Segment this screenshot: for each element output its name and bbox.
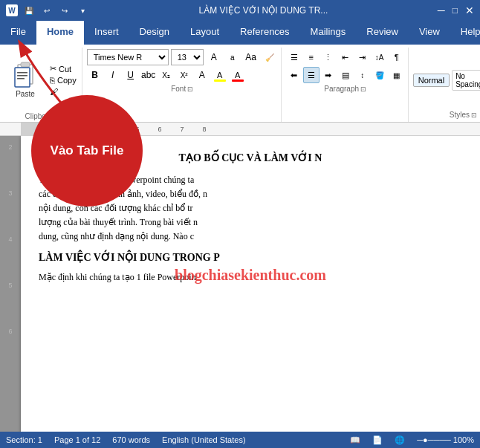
tab-layout[interactable]: Layout [180,21,230,45]
font-grow-button[interactable]: A [206,49,222,65]
bullets-button[interactable]: ☰ [286,49,302,65]
copy-icon: ⎘ [50,76,55,85]
borders-button[interactable]: ▦ [389,67,405,83]
window-controls: ─ □ ✕ [438,4,474,16]
margin-num-5: 6 [8,326,12,371]
subscript-button[interactable]: X₂ [158,67,175,83]
svg-rect-3 [17,72,27,74]
font-row2: B I U abc X₂ X² A A A [87,67,278,83]
italic-button[interactable]: I [105,67,121,83]
margin-num-1: 2 [8,142,12,186]
copy-button[interactable]: ⎘ Copy [48,75,79,85]
ruler-num-6: 6 [149,126,171,133]
view-web-icon[interactable]: 🌐 [395,435,405,445]
numbering-button[interactable]: ≡ [303,49,320,65]
paragraph-group: ☰ ≡ ⋮ ⇤ ⇥ ↕A ¶ ⬅ ☰ ➡ ▤ ↕ 🪣 ▦ Paragraph ⊡ [283,48,409,122]
font-row1: Times New R 13 A a Aa 🧹 [87,49,278,65]
margin-num-2: 3 [8,188,12,233]
status-language: English (United States) [162,435,246,444]
margin-num-3: 4 [8,234,12,279]
styles-group: Normal No Spacing H1 ▾ Styles ⊡ [410,48,480,122]
tab-review[interactable]: Review [356,21,409,45]
ruler-num-8: 8 [193,126,215,133]
show-formatting-button[interactable]: ¶ [389,49,405,65]
view-read-icon[interactable]: 📖 [350,435,360,445]
decrease-indent-button[interactable]: ⇤ [337,49,354,65]
title-text: LÀM VIỆC VỚI NỘI DUNG TR... [89,5,438,16]
font-name-select[interactable]: Times New R [87,49,169,65]
annotation-text: Vào Tab File [51,143,124,159]
minimize-icon[interactable]: ─ [438,4,445,16]
customize-icon[interactable]: ▾ [76,4,89,17]
para-expand-icon[interactable]: ⊡ [360,85,366,93]
tab-view[interactable]: View [409,21,450,45]
save-icon[interactable]: 💾 [22,4,36,17]
document-heading2: LÀM VIỆC VỚI NỘI DUNG TRONG P [39,250,462,265]
paragraph-label-row: Paragraph ⊡ [286,85,405,94]
highlight-color-button[interactable]: A [212,67,228,83]
multilevel-list-button[interactable]: ⋮ [320,49,337,65]
shading-button[interactable]: 🪣 [372,67,388,83]
margin-num-4: 5 [8,280,12,325]
align-center-button[interactable]: ☰ [303,67,320,83]
quick-access-toolbar: W 💾 ↩ ↪ ▾ [6,4,89,17]
tab-file[interactable]: File [0,21,36,45]
strikethrough-button[interactable]: abc [140,67,157,83]
tab-home[interactable]: Home [36,21,84,45]
close-icon[interactable]: ✕ [465,4,474,16]
watermark: blogchiasekienthuc.com [175,266,326,283]
superscript-button[interactable]: X² [176,67,192,83]
ruler-num-7: 7 [171,126,193,133]
style-no-spacing[interactable]: No Spacing [452,70,480,91]
text-effect-button[interactable]: A [194,67,210,83]
ribbon: File Home Insert Design Layout Reference… [0,21,480,45]
paste-icon [12,62,39,90]
tab-design[interactable]: Design [129,21,180,45]
para-row1: ☰ ≡ ⋮ ⇤ ⇥ ↕A ¶ [286,49,405,65]
cut-button[interactable]: ✂ Cut [48,63,79,74]
tab-insert[interactable]: Insert [84,21,129,45]
increase-indent-button[interactable]: ⇥ [354,49,371,65]
bold-button[interactable]: B [87,67,103,83]
underline-button[interactable]: U [123,67,139,83]
view-print-icon[interactable]: 📄 [372,435,383,445]
cut-icon: ✂ [50,64,56,74]
svg-rect-5 [17,78,25,79]
justify-button[interactable]: ▤ [337,67,354,83]
undo-icon[interactable]: ↩ [40,4,53,17]
restore-icon[interactable]: □ [453,5,458,16]
cut-label: Cut [59,65,71,74]
style-normal[interactable]: Normal [413,74,450,87]
paste-button[interactable]: Paste [6,59,45,101]
font-size-select[interactable]: 13 [171,49,204,65]
font-case-button[interactable]: Aa [243,49,259,65]
annotation-circle: Vào Tab File [31,95,143,207]
clear-format-button[interactable]: 🧹 [262,49,278,65]
styles-expand-icon[interactable]: ⊡ [471,111,477,119]
styles-label-row: Styles ⊡ [413,111,480,120]
font-color-button[interactable]: A [230,67,246,83]
title-bar: W 💾 ↩ ↪ ▾ LÀM VIỆC VỚI NỘI DUNG TR... ─ … [0,0,480,21]
paste-label: Paste [16,90,35,98]
redo-icon[interactable]: ↪ [58,4,71,17]
small-clipboard-icons: ✂ Cut ⎘ Copy 🖌 [48,63,79,97]
status-words: 670 words [112,435,150,444]
font-expand-icon[interactable]: ⊡ [187,85,193,93]
svg-rect-2 [15,68,30,87]
svg-rect-1 [21,62,30,67]
zoom-slider[interactable]: ─●──── 100% [417,435,474,444]
align-left-button[interactable]: ⬅ [286,67,302,83]
status-bar: Section: 1 Page 1 of 12 670 words Englis… [0,432,480,448]
tab-references[interactable]: References [230,21,299,45]
font-shrink-button[interactable]: a [224,49,241,65]
sort-button[interactable]: ↕A [372,49,388,65]
status-page: Page 1 of 12 [54,435,100,444]
align-right-button[interactable]: ➡ [320,67,337,83]
tab-help[interactable]: Help [450,21,480,45]
line-spacing-button[interactable]: ↕ [354,67,371,83]
left-margin: 2 3 4 5 6 [0,136,21,444]
word-icon: W [6,4,18,16]
copy-label: Copy [57,76,77,85]
format-painter-button[interactable]: 🖌 [48,86,79,97]
tab-mailings[interactable]: Mailings [300,21,357,45]
